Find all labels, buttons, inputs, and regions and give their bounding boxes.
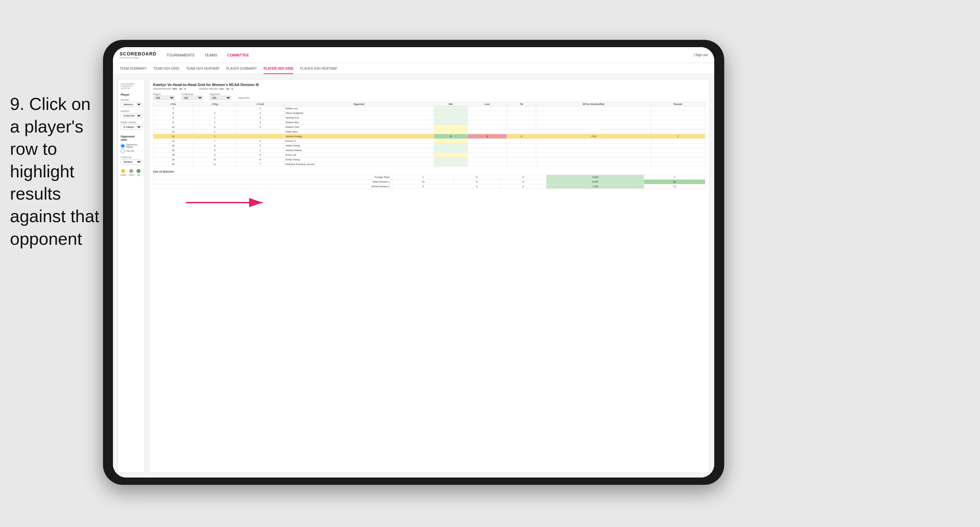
down-dot bbox=[121, 169, 125, 173]
ood-section-title: Out of division bbox=[153, 170, 705, 173]
radio-top100[interactable]: Top 100 bbox=[121, 149, 142, 153]
overall-record-value: 353 - 34 - 6 bbox=[172, 87, 186, 90]
level-dot bbox=[129, 169, 133, 173]
up-label: Up bbox=[137, 174, 140, 176]
division-record-value: 331 - 34 - 6 bbox=[219, 87, 233, 90]
main-grid-table: # Div # Reg # Conf Opponent Win Loss bbox=[153, 102, 705, 167]
logo-sub: Powered by clippd bbox=[119, 56, 156, 59]
down-label: Down bbox=[121, 174, 126, 176]
sidebar-player-dropdown[interactable]: 8. Katelyn Vo bbox=[121, 125, 142, 130]
logo: SCOREBOARD bbox=[119, 51, 156, 56]
sidebar-colour-dropdown[interactable]: Win/loss bbox=[121, 159, 142, 164]
opponent-dropdown[interactable]: (All) bbox=[210, 96, 231, 100]
table-row[interactable]: 19 10 6 Emily Chang bbox=[153, 157, 705, 162]
tab-player-h2h-grid[interactable]: PLAYER H2H GRID bbox=[263, 63, 293, 74]
opponents-filter-label: Opponents: bbox=[238, 97, 250, 99]
filter-opponent: Opponent (All) bbox=[210, 93, 231, 100]
col-conf: # Conf bbox=[237, 102, 284, 106]
sign-out[interactable]: | Sign out bbox=[694, 53, 708, 57]
instruction-text: 9. Click on a player's row to highlight … bbox=[10, 93, 100, 250]
color-legend: Down Level Up bbox=[121, 169, 142, 176]
sidebar-radio-group: Opponents Played Top 100 bbox=[121, 143, 142, 153]
division-record-label: Division Record: bbox=[199, 87, 219, 90]
tab-team-h2h-grid[interactable]: TEAM H2H GRID bbox=[153, 63, 180, 74]
tab-player-h2h-heatmap[interactable]: PLAYER H2H HEATMAP bbox=[300, 63, 337, 74]
col-rounds: Rounds bbox=[651, 102, 705, 106]
tablet-frame: SCOREBOARD Powered by clippd TOURNAMENTS… bbox=[103, 40, 724, 485]
level-label: Level bbox=[129, 174, 134, 176]
sub-nav: TEAM SUMMARY TEAM H2H GRID TEAM H2H HEAT… bbox=[113, 63, 714, 75]
table-row[interactable]: 15 8 5 Stella Cheng bbox=[153, 143, 705, 148]
sidebar-gender-dropdown[interactable]: Women's bbox=[121, 102, 142, 107]
sidebar-player-rank-label: Player (Rank) bbox=[121, 121, 142, 124]
ood-row[interactable]: Foreign Team 1 0 0 4.500 2 bbox=[153, 175, 705, 179]
radio-opponents-played[interactable]: Opponents Played bbox=[121, 143, 142, 148]
sidebar-timestamp: Last Updated: 27/03/2024 16:55:38 bbox=[121, 83, 142, 90]
ood-row[interactable]: NAIA Division 1 15 0 0 9.267 30 bbox=[153, 179, 705, 184]
table-row[interactable]: 6 1 3 Sydney Kuo bbox=[153, 116, 705, 120]
col-win: Win bbox=[434, 102, 468, 106]
grid-records: Overall Record: 353 - 34 - 6 Division Re… bbox=[153, 87, 705, 90]
nav-bar: SCOREBOARD Powered by clippd TOURNAMENTS… bbox=[113, 47, 714, 63]
nav-teams[interactable]: TEAMS bbox=[205, 52, 217, 59]
table-row[interactable]: 9 1 4 Sharon Mun bbox=[153, 120, 705, 125]
up-dot bbox=[137, 169, 140, 173]
conference-label: Conference bbox=[181, 93, 203, 95]
grid-title: Katelyn Vo Head-to-Head Grid for Women's… bbox=[153, 83, 705, 87]
filter-region: Region (All) bbox=[153, 93, 175, 100]
region-dropdown[interactable]: (All) bbox=[153, 96, 175, 100]
table-row-highlighted[interactable]: 13 1 Jessica Huang 0 1 0 -3.00 2 bbox=[153, 134, 705, 139]
nav-committee[interactable]: COMMITTEE bbox=[227, 52, 249, 59]
sidebar-opponent-view-label: Opponent view bbox=[121, 135, 142, 141]
col-div: # Div bbox=[153, 102, 193, 106]
sidebar-gender-label: Gender bbox=[121, 98, 142, 101]
filters-row: Region (All) Conference (All) Opponent bbox=[153, 93, 705, 100]
tab-player-summary[interactable]: PLAYER SUMMARY bbox=[226, 63, 257, 74]
table-row[interactable]: 20 11 7 Federica Domecq Lacroze bbox=[153, 162, 705, 167]
table-row[interactable]: 3 1 Esther Lee bbox=[153, 106, 705, 111]
table-row[interactable]: 18 2 2 Euna Lee bbox=[153, 153, 705, 157]
col-reg: # Reg bbox=[193, 102, 237, 106]
col-opponent: Opponent bbox=[284, 102, 434, 106]
col-diff: Diff Av Strokes/Rnd bbox=[536, 102, 651, 106]
filter-conference: Conference (All) bbox=[181, 93, 203, 100]
nav-tournaments[interactable]: TOURNAMENTS bbox=[166, 52, 195, 59]
nav-links: TOURNAMENTS TEAMS COMMITTEE bbox=[166, 52, 694, 59]
tab-team-h2h-heatmap[interactable]: TEAM H2H HEATMAP bbox=[186, 63, 220, 74]
table-row[interactable]: 16 9 1 Jessica Mason bbox=[153, 148, 705, 153]
main-content: Last Updated: 27/03/2024 16:55:38 Player… bbox=[113, 75, 714, 478]
overall-record-label: Overall Record: bbox=[153, 87, 172, 90]
logo-area: SCOREBOARD Powered by clippd bbox=[119, 51, 156, 59]
conference-dropdown[interactable]: (All) bbox=[181, 96, 203, 100]
table-row[interactable]: 13 1 Haeji Hyun bbox=[153, 130, 705, 134]
region-label: Region bbox=[153, 93, 175, 95]
table-row[interactable]: 10 6 3 Andrea York bbox=[153, 125, 705, 130]
ood-table: Foreign Team 1 0 0 4.500 2 NAIA Division… bbox=[153, 175, 705, 189]
sidebar: Last Updated: 27/03/2024 16:55:38 Player… bbox=[118, 79, 145, 473]
tablet-screen: SCOREBOARD Powered by clippd TOURNAMENTS… bbox=[113, 47, 714, 478]
sidebar-division-label: Division bbox=[121, 110, 142, 113]
col-tie: Tie bbox=[507, 102, 536, 106]
grid-area: Katelyn Vo Head-to-Head Grid for Women's… bbox=[149, 79, 710, 473]
sidebar-player-label: Player bbox=[121, 93, 142, 96]
opponent-label: Opponent bbox=[210, 93, 231, 95]
sidebar-colour-by-label: Colour by bbox=[121, 156, 142, 159]
tab-team-summary[interactable]: TEAM SUMMARY bbox=[119, 63, 147, 74]
sidebar-division-dropdown[interactable]: NCAA Division III bbox=[121, 113, 142, 118]
ood-row[interactable]: NCAA Division 2 5 0 0 7.400 10 bbox=[153, 184, 705, 189]
table-row[interactable]: 5 2 2 Alexis Sudjianto bbox=[153, 111, 705, 116]
table-row[interactable]: 14 7 4 Eunice Yi bbox=[153, 139, 705, 143]
col-loss: Loss bbox=[468, 102, 507, 106]
